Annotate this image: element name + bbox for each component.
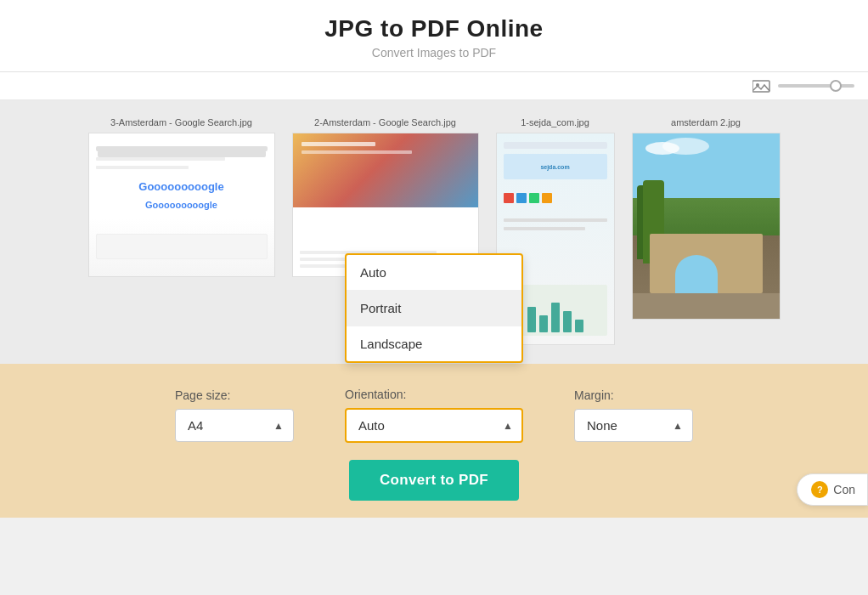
con-button[interactable]: ? Con <box>797 473 868 506</box>
zoom-bar <box>0 72 868 100</box>
orientation-dropdown[interactable]: Auto Portrait Landscape <box>345 253 523 363</box>
image-label: 1-sejda_com.jpg <box>521 117 589 128</box>
image-label: 3-Amsterdam - Google Search.jpg <box>110 117 252 128</box>
zoom-slider[interactable] <box>778 84 854 88</box>
dropdown-option-auto[interactable]: Auto <box>347 255 521 291</box>
orientation-group: Orientation: Auto Portrait Landscape ▲ <box>345 388 523 443</box>
page-subtitle: Convert Images to PDF <box>0 46 868 60</box>
orientation-label: Orientation: <box>345 388 406 401</box>
page-header: JPG to PDF Online Convert Images to PDF <box>0 0 868 72</box>
margin-select[interactable]: None Small Medium Large <box>574 409 693 442</box>
page-title: JPG to PDF Online <box>0 15 868 42</box>
margin-label: Margin: <box>574 388 614 402</box>
con-icon: ? <box>811 481 828 498</box>
image-card: 3-Amsterdam - Google Search.jpg Gooooooo… <box>88 117 275 277</box>
orientation-select-wrapper: Auto Portrait Landscape ▲ <box>345 408 523 443</box>
dropdown-option-portrait[interactable]: Portrait <box>347 291 521 326</box>
image-icon <box>752 79 771 93</box>
image-label: 2-Amsterdam - Google Search.jpg <box>314 117 456 128</box>
orientation-select[interactable]: Auto Portrait Landscape <box>345 408 523 443</box>
page-size-select[interactable]: A4 Letter A3 <box>175 409 294 442</box>
page-size-select-wrapper: A4 Letter A3 ▲ <box>175 409 294 442</box>
page-size-group: Page size: A4 Letter A3 ▲ <box>175 388 294 442</box>
image-card: amsterdam 2.jpg <box>632 117 781 320</box>
convert-btn-row: Convert to PDF <box>0 460 868 518</box>
image-thumbnail: Gooooooooogle <box>88 133 275 277</box>
margin-group: Margin: None Small Medium Large ▲ <box>574 388 693 442</box>
convert-button[interactable]: Convert to PDF <box>349 460 519 501</box>
image-thumbnail <box>632 133 781 320</box>
image-label: amsterdam 2.jpg <box>671 117 741 128</box>
dropdown-option-landscape[interactable]: Landscape <box>347 326 521 361</box>
controls-row: Page size: A4 Letter A3 ▲ Orientation: A… <box>0 364 868 460</box>
margin-select-wrapper: None Small Medium Large ▲ <box>574 409 693 442</box>
page-size-label: Page size: <box>175 388 230 402</box>
controls-area: Auto Portrait Landscape Page size: A4 Le… <box>0 364 868 518</box>
con-label: Con <box>833 483 855 496</box>
